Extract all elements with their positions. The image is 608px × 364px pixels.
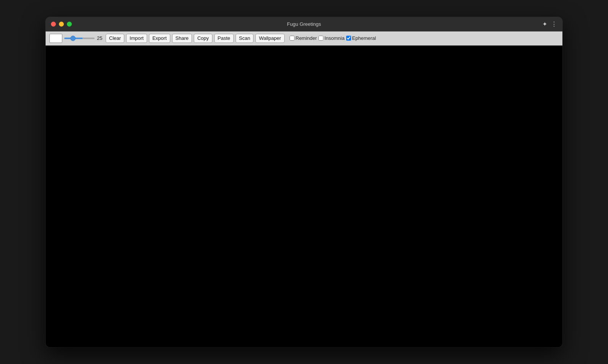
canvas-area[interactable] (46, 46, 562, 347)
color-swatch[interactable] (49, 34, 62, 43)
close-button[interactable] (51, 22, 56, 27)
titlebar: Fugu Greetings ✦ ⋮ (46, 17, 562, 32)
maximize-button[interactable] (67, 22, 72, 27)
toolbar: 25 Clear Import Export Share Copy Paste … (46, 32, 562, 46)
paste-button[interactable]: Paste (214, 34, 234, 43)
plugin-icon[interactable]: ✦ (542, 20, 547, 28)
window-title: Fugu Greetings (287, 21, 321, 27)
reminder-checkbox[interactable] (290, 36, 294, 41)
copy-button[interactable]: Copy (194, 34, 212, 43)
insomnia-checkbox[interactable] (318, 36, 323, 41)
traffic-lights (51, 22, 72, 27)
reminder-label: Reminder (290, 35, 317, 41)
clear-button[interactable]: Clear (106, 34, 124, 43)
minimize-button[interactable] (59, 22, 64, 27)
menu-icon[interactable]: ⋮ (551, 20, 557, 28)
import-button[interactable]: Import (126, 34, 147, 43)
export-button[interactable]: Export (149, 34, 170, 43)
window-controls-right: ✦ ⋮ (542, 20, 557, 28)
ephemeral-label: Ephemeral (346, 35, 376, 41)
brush-size-slider[interactable] (64, 38, 95, 39)
insomnia-label: Insomnia (318, 35, 345, 41)
share-button[interactable]: Share (172, 34, 192, 43)
ephemeral-text: Ephemeral (352, 35, 376, 41)
ephemeral-checkbox[interactable] (346, 36, 351, 41)
checkbox-group: Reminder Insomnia Ephemeral (290, 35, 376, 41)
wallpaper-button[interactable]: Wallpaper (255, 34, 284, 43)
reminder-text: Reminder (296, 35, 317, 41)
slider-value: 25 (97, 35, 104, 41)
app-window: Fugu Greetings ✦ ⋮ 25 Clear Import Expor… (46, 17, 562, 347)
scan-button[interactable]: Scan (236, 34, 254, 43)
slider-container: 25 (64, 35, 104, 41)
insomnia-text: Insomnia (325, 35, 345, 41)
